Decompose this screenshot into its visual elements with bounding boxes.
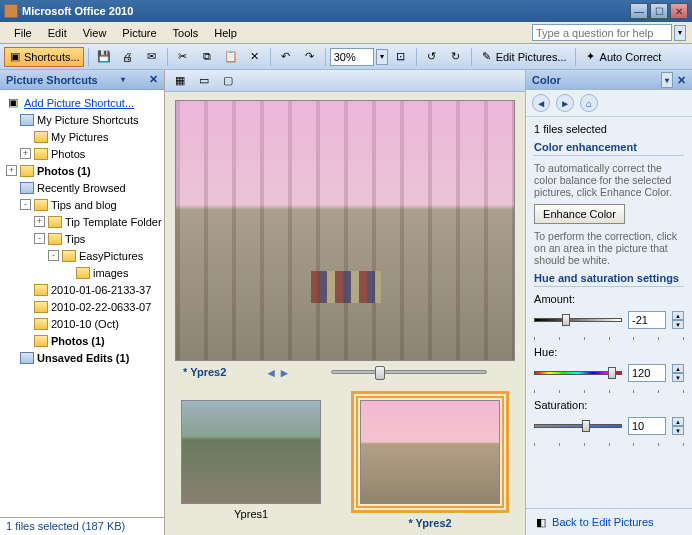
menu-edit[interactable]: Edit (40, 25, 75, 41)
thumbnail[interactable]: * Ypres2 (351, 391, 509, 529)
tree-item[interactable]: -EasyPictures (2, 247, 162, 264)
zoom-input[interactable]: 30% (330, 48, 374, 66)
paste-button[interactable]: 📋 (220, 47, 242, 67)
filmstrip-icon: ▭ (197, 74, 211, 88)
hue-input[interactable] (628, 364, 666, 382)
saturation-input[interactable] (628, 417, 666, 435)
tree-item-label: My Pictures (51, 131, 108, 143)
auto-correct-button[interactable]: ✦Auto Correct (580, 47, 666, 67)
color-pane-close[interactable]: ✕ (677, 74, 686, 87)
edit-pictures-button[interactable]: ✎Edit Pictures... (476, 47, 571, 67)
nav-forward-button[interactable]: ► (556, 94, 574, 112)
mail-button[interactable]: ✉ (141, 47, 163, 67)
tree-item[interactable]: -Tips (2, 230, 162, 247)
rotate-right-button[interactable]: ↻ (445, 47, 467, 67)
nav-back-button[interactable]: ◄ (532, 94, 550, 112)
redo-button[interactable]: ↷ (299, 47, 321, 67)
back-to-edit-link[interactable]: Back to Edit Pictures (552, 516, 654, 528)
pane-close-button[interactable]: ✕ (149, 73, 158, 86)
tree-expander (20, 318, 31, 329)
tree-item[interactable]: 2010-10 (Oct) (2, 315, 162, 332)
tree-expander[interactable]: - (48, 250, 59, 261)
cut-button[interactable]: ✂ (172, 47, 194, 67)
rotate-left-button[interactable]: ↺ (421, 47, 443, 67)
tree-expander[interactable]: + (6, 165, 17, 176)
auto-correct-label: Auto Correct (600, 51, 662, 63)
saturation-spinner[interactable]: ▲▼ (672, 417, 684, 435)
tree-item[interactable]: +Tip Template Folder (2, 213, 162, 230)
enhance-color-button[interactable]: Enhance Color (534, 204, 625, 224)
undo-button[interactable]: ↶ (275, 47, 297, 67)
tree-item[interactable]: -Tips and blog (2, 196, 162, 213)
tree-expander[interactable]: - (20, 199, 31, 210)
save-button[interactable]: 💾 (93, 47, 115, 67)
hue-spinner[interactable]: ▲▼ (672, 364, 684, 382)
maximize-button[interactable]: ☐ (650, 3, 668, 19)
color-pane-menu[interactable]: ▾ (661, 72, 673, 88)
help-dropdown-arrow[interactable]: ▾ (674, 25, 686, 41)
minimize-button[interactable]: — (630, 3, 648, 19)
zoom-slider[interactable] (331, 370, 487, 374)
saturation-slider[interactable] (534, 420, 622, 432)
pane-menu-arrow[interactable]: ▾ (117, 72, 129, 88)
zoom-dropdown[interactable]: ▾ (376, 49, 388, 65)
view-toolbar: ▦ ▭ ▢ (165, 70, 525, 92)
close-button[interactable]: ✕ (670, 3, 688, 19)
tree-item-label: Tips and blog (51, 199, 117, 211)
tree-expander[interactable]: + (34, 216, 45, 227)
tree-item[interactable]: +Photos (1) (2, 162, 162, 179)
amount-input[interactable] (628, 311, 666, 329)
add-shortcut-link[interactable]: ▣ Add Picture Shortcut... (2, 94, 162, 111)
view-thumbnails-button[interactable]: ▦ (169, 71, 191, 91)
help-search-input[interactable] (532, 24, 672, 41)
next-image-button[interactable]: ▸ (278, 365, 291, 380)
main-toolbar: ▣Shortcuts... 💾 🖨 ✉ ✂ ⧉ 📋 ✕ ↶ ↷ 30% ▾ ⊡ … (0, 44, 692, 70)
copy-button[interactable]: ⧉ (196, 47, 218, 67)
tree-item-label: Tips (65, 233, 85, 245)
zoom-fit-button[interactable]: ⊡ (390, 47, 412, 67)
tree-item[interactable]: My Pictures (2, 128, 162, 145)
pane-nav: ◄ ► ⌂ (526, 90, 692, 117)
view-filmstrip-button[interactable]: ▭ (193, 71, 215, 91)
tree-expander (20, 301, 31, 312)
single-icon: ▢ (221, 74, 235, 88)
hue-slider[interactable] (534, 367, 622, 379)
shortcuts-pane-title: Picture Shortcuts (6, 74, 98, 86)
tree-item-label: 2010-01-06-2133-37 (51, 284, 151, 296)
shortcuts-button[interactable]: ▣Shortcuts... (4, 47, 84, 67)
main-preview-image[interactable] (175, 100, 515, 361)
tree-item-label: Recently Browsed (37, 182, 126, 194)
shortcuts-pane-header: Picture Shortcuts ▾ ✕ (0, 70, 164, 90)
tree-item[interactable]: My Picture Shortcuts (2, 111, 162, 128)
window-title: Microsoft Office 2010 (22, 5, 630, 17)
tree-item[interactable]: +Photos (2, 145, 162, 162)
menu-tools[interactable]: Tools (165, 25, 207, 41)
view-single-button[interactable]: ▢ (217, 71, 239, 91)
thumbnail-image (181, 400, 321, 504)
auto-correct-icon: ✦ (584, 50, 598, 64)
print-button[interactable]: 🖨 (117, 47, 139, 67)
menu-file[interactable]: File (6, 25, 40, 41)
menu-view[interactable]: View (75, 25, 115, 41)
tree-expander[interactable]: - (34, 233, 45, 244)
tree-item[interactable]: Unsaved Edits (1) (2, 349, 162, 366)
folder-icon (34, 301, 48, 313)
prev-image-button[interactable]: ◂ (265, 365, 278, 380)
tree-expander[interactable]: + (20, 148, 31, 159)
nav-home-button[interactable]: ⌂ (580, 94, 598, 112)
folder-icon (48, 233, 62, 245)
tree-item[interactable]: images (2, 264, 162, 281)
zoom-slider-thumb[interactable] (375, 366, 385, 380)
delete-button[interactable]: ✕ (244, 47, 266, 67)
tree-item[interactable]: Recently Browsed (2, 179, 162, 196)
mail-icon: ✉ (145, 50, 159, 64)
menu-help[interactable]: Help (206, 25, 245, 41)
thumbnail[interactable]: Ypres1 (181, 400, 321, 520)
amount-slider[interactable] (534, 314, 622, 326)
amount-spinner[interactable]: ▲▼ (672, 311, 684, 329)
menu-picture[interactable]: Picture (114, 25, 164, 41)
tree-item[interactable]: 2010-01-06-2133-37 (2, 281, 162, 298)
tree-item[interactable]: Photos (1) (2, 332, 162, 349)
thumbnail-label: Ypres1 (234, 508, 268, 520)
tree-item[interactable]: 2010-02-22-0633-07 (2, 298, 162, 315)
